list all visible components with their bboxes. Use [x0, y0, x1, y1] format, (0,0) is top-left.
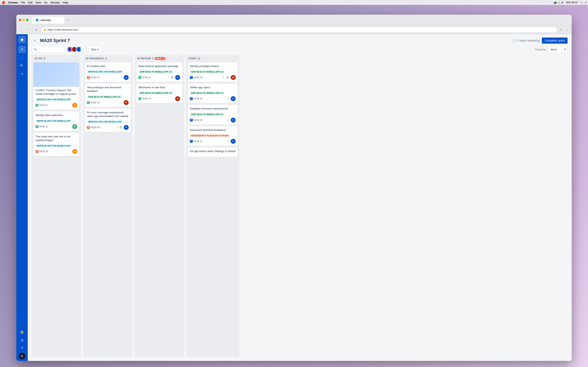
column-done-label: DONE: [189, 57, 196, 60]
card-footer-mob17: S MOB-17 B: [35, 124, 77, 129]
card-mob17[interactable]: Identify beta customers IMPROVE NPS FOR …: [34, 111, 79, 131]
card-id-mob08: MOB-08: [91, 126, 100, 129]
story-points-mob08: 5: [119, 126, 122, 129]
card-title-mob07: Confirm "Contact Support" link sends mes…: [35, 89, 77, 96]
card-meta-mob20: ✓ 2 B: [222, 75, 236, 80]
board-toolbar: 🔍 A B C + Epic ▾ Group by None Epic: [28, 46, 572, 55]
card-footer-mob26: T MOB-26 ✓ C: [190, 96, 236, 101]
menu-view[interactable]: View: [35, 1, 41, 4]
sidebar-item-notifications[interactable]: 🔔: [18, 328, 26, 336]
sidebar-logo[interactable]: ◆: [18, 36, 26, 43]
issue-type-icon-mob26: T: [190, 97, 193, 100]
issue-type-icon-mob08: B: [87, 126, 90, 129]
epic-filter-button[interactable]: Epic ▾: [89, 46, 101, 53]
address-bar[interactable]: 🔒 https://www.atlassian.com: [41, 27, 557, 33]
sidebar-item-help[interactable]: ?: [18, 345, 26, 352]
column-inreview-cards: Build Android application package SHIP B…: [135, 62, 184, 357]
card-avatar-mob22: C: [175, 75, 180, 80]
sidebar-toggle[interactable]: ≡: [32, 38, 38, 43]
menubar: 🍎 Chrome File Edit View Go Window Help 📺…: [0, 0, 588, 5]
column-done-cards: Identify prototype testers SHIP BETA OF …: [186, 62, 239, 357]
card-epic-mob20: SHIP BETA OF MOBILE APP 2.0: [190, 70, 225, 73]
menu-extras-icon[interactable]: ≡: [585, 1, 586, 4]
card-meta-mob25: ✓ C: [227, 118, 236, 123]
card-fix-freeze[interactable]: Fix app freeze when Settings is clicked: [188, 147, 238, 157]
epic-filter-label: Epic: [91, 48, 96, 51]
new-tab-button[interactable]: +: [65, 17, 71, 23]
card-avatar-mob36: A: [72, 149, 77, 154]
remaining-info: 🕐 2 days remaining: [512, 39, 539, 43]
card-meta-mob08: ⑂ 5 C: [116, 125, 129, 130]
apple-menu[interactable]: 🍎: [2, 1, 5, 4]
search-icon[interactable]: 🔍: [580, 1, 583, 4]
card-id-mob16: MOB-16: [91, 101, 100, 104]
epic-chevron-icon: ▾: [97, 48, 99, 51]
sidebar-item-board[interactable]: ≡: [18, 46, 26, 53]
column-todo-count: 6: [44, 57, 45, 60]
avatar-group: A B C +: [67, 47, 86, 52]
branch-icon3: ⑂: [168, 76, 169, 79]
sprint-title: MA20 Sprint 7: [40, 38, 70, 43]
issue-type-icon-mob01: B: [87, 76, 90, 79]
sidebar-item-apps[interactable]: ⊞: [18, 336, 26, 344]
branch-icon: ⑂: [121, 76, 122, 79]
card-avatar-mob20: B: [231, 75, 236, 80]
search-box[interactable]: 🔍: [32, 46, 65, 53]
back-button[interactable]: ‹: [19, 27, 25, 33]
card-meta-mob21: ✓ C: [227, 139, 236, 144]
complete-sprint-button[interactable]: Complete sprint: [542, 38, 568, 44]
system-icons: 📺 🔋 🔊: [554, 1, 564, 4]
card-epic-mob26: SHIP BETA OF MOBILE APP 2.0: [190, 92, 225, 95]
card-meta-mob26: ✓ C: [227, 96, 236, 101]
card-mob07[interactable]: Confirm "Contact Support" link sends mes…: [34, 62, 79, 110]
close-button[interactable]: [19, 19, 21, 21]
column-inprogress-label: IN PROGRESS: [86, 57, 104, 60]
sidebar-item-create[interactable]: +: [18, 70, 26, 77]
card-id-mob36: MOB-36: [39, 150, 48, 153]
card-mob08[interactable]: Fix error message experienced when app d…: [85, 109, 131, 132]
menu-window[interactable]: Window: [51, 1, 60, 4]
more-options-icon[interactable]: ⋮: [564, 27, 569, 33]
card-mob25[interactable]: Establish technical requirements SHIP BE…: [188, 105, 238, 124]
group-by-select[interactable]: None Epic Assignee: [548, 46, 568, 53]
maximize-button[interactable]: [26, 19, 29, 21]
card-mob22[interactable]: Build Android application package SHIP B…: [136, 62, 182, 82]
issue-type-icon-mob16: S: [87, 101, 90, 104]
card-avatar-mob23: B: [175, 96, 180, 101]
card-title-mob23: Wireframe of user flow: [138, 86, 180, 89]
menu-edit[interactable]: Edit: [28, 1, 33, 4]
card-mob21[interactable]: Document technical limitations REDUNDANC…: [188, 126, 238, 146]
minimize-button[interactable]: [22, 19, 25, 21]
reload-button[interactable]: ↺: [34, 27, 39, 33]
forward-button[interactable]: ›: [26, 27, 32, 33]
column-inprogress: IN PROGRESS 3 Fix broken links IMPROVE N…: [83, 55, 132, 357]
add-member-button[interactable]: +: [80, 47, 86, 52]
remaining-text: 2 days remaining: [518, 39, 539, 42]
app-name[interactable]: Chrome: [8, 1, 18, 4]
sidebar-item-search[interactable]: 🔍: [18, 62, 26, 69]
menu-go[interactable]: Go: [44, 1, 47, 4]
card-mob36[interactable]: The invite new user link is not loading …: [34, 133, 79, 156]
max-badge: MAX: 5: [155, 57, 165, 60]
board-area: TO DO 6 Confirm "Contact Support" link s…: [28, 55, 572, 361]
active-tab[interactable]: 🔷 Atlassian: [32, 16, 65, 24]
card-mob20[interactable]: Identify prototype testers SHIP BETA OF …: [188, 62, 238, 82]
menu-file[interactable]: File: [21, 1, 25, 4]
bookmark-icon[interactable]: ☆: [559, 27, 563, 33]
app-layout: ◆ ≡ ☆ 🔍 + 🔔 ⊞ ? U ≡ MA20 Sprint 7: [16, 34, 572, 361]
card-mob26[interactable]: Define app specs SHIP BETA OF MOBILE APP…: [188, 83, 238, 103]
card-mob23[interactable]: Wireframe of user flow SHIP BETA OF MOBI…: [136, 83, 182, 103]
card-title-mob21: Document technical limitations: [190, 128, 236, 132]
card-footer-mob01: B MOB-01 ⑂ C: [87, 75, 129, 80]
sidebar-item-favorites[interactable]: ☆: [18, 54, 26, 61]
column-todo: TO DO 6 Confirm "Contact Support" link s…: [32, 55, 81, 357]
card-epic-mob17: IMPROVE NPS FOR MOBILE APP: [35, 119, 72, 123]
column-done: DONE 12 Identify prototype testers SHIP …: [186, 55, 239, 357]
card-avatar-mob21: C: [231, 139, 236, 144]
user-avatar[interactable]: U: [19, 353, 25, 359]
browser-titlebar: 🔷 Atlassian +: [16, 15, 572, 25]
card-mob16[interactable]: Test prototype and document feedback SHI…: [85, 83, 131, 107]
card-mob01[interactable]: Fix broken links IMPROVE NPS FOR MOBILE …: [85, 62, 131, 82]
menu-help[interactable]: Help: [63, 1, 68, 4]
card-title-mob22: Build Android application package: [138, 64, 180, 68]
